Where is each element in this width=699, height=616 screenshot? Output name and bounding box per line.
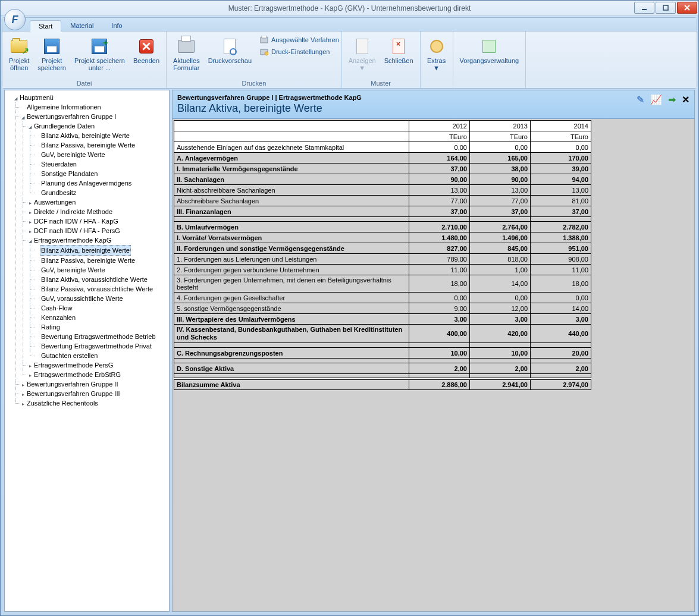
minimize-button[interactable] [634, 2, 654, 14]
export-icon[interactable]: ➡ [668, 94, 676, 105]
tree-item[interactable]: Bilanz Passiva, voraussichtliche Werte [40, 284, 154, 294]
page-title: Bilanz Aktiva, bereinigte Werte [177, 102, 362, 115]
table-cell: TEuro [409, 131, 470, 142]
app-logo-icon[interactable]: F [4, 9, 26, 30]
table-cell: 3,00 [409, 314, 470, 325]
tree-item[interactable]: Rating [40, 322, 61, 332]
tree-toggle-icon[interactable] [27, 210, 33, 216]
tree-item[interactable]: Ertragswertmethode PersG [33, 360, 114, 370]
tree-item[interactable]: Kennzahlen [40, 313, 77, 322]
tree-toggle-icon[interactable] [27, 125, 33, 130]
table-cell: Ausstehende Einlagen auf das gezeichnete… [174, 142, 409, 153]
tree-toggle-icon[interactable] [20, 402, 26, 407]
tree-item[interactable]: Ertragswertmethode ErbStRG [33, 370, 122, 379]
tree-item[interactable]: Allgemeine Informationen [26, 102, 102, 112]
tree-item[interactable]: Auswertungen [33, 197, 77, 207]
tree-item[interactable]: Bewertungsverfahren Gruppe III [26, 389, 121, 398]
table-cell: 2012 [409, 121, 470, 131]
print-current-button[interactable]: Aktuelles Formular [169, 34, 204, 74]
tree-item[interactable]: Sonstige Plandaten [40, 169, 99, 178]
tree-toggle-icon[interactable] [20, 392, 26, 398]
table-cell: 2,00 [470, 363, 531, 374]
maximize-button[interactable] [656, 2, 676, 14]
close-button[interactable] [677, 2, 697, 14]
tree-item[interactable]: Bewertungsverfahren Gruppe II [26, 379, 119, 389]
table-cell: 400,00 [409, 325, 470, 343]
tree-item[interactable]: GuV, voraussichtliche Werte [40, 294, 124, 303]
close-panel-icon[interactable]: ✕ [682, 94, 689, 105]
tree-item[interactable]: Bewertungsverfahren Gruppe I [26, 112, 117, 121]
print-preview-button[interactable]: Druckvorschau [204, 34, 256, 67]
tree-item[interactable]: Hauptmenü [18, 93, 55, 102]
gear-icon [430, 40, 443, 53]
document-icon [356, 39, 368, 54]
window-title: Muster: Ertragswertmethode - KapG (GKV) … [228, 4, 471, 12]
table-cell: 0,00 [409, 142, 470, 153]
floppy-plus-icon [92, 39, 107, 54]
tree-toggle-icon[interactable] [27, 220, 33, 225]
tree-item[interactable]: Bewertung Ertragswertmethode Privat [40, 341, 153, 351]
tree-toggle-icon[interactable] [20, 383, 26, 388]
tree-toggle-icon[interactable] [27, 239, 33, 244]
tab-start[interactable]: Start [30, 20, 61, 32]
tab-info[interactable]: Info [102, 20, 131, 31]
table-cell [174, 121, 409, 131]
breadcrumb: Bewertungsverfahren Gruppe I | Ertragswe… [177, 94, 362, 101]
tree-item[interactable]: Zusätzliche Rechentools [26, 398, 99, 408]
table-cell: II. Sachanlagen [174, 174, 409, 185]
print-selected-icon [259, 35, 269, 45]
table-cell: 3,00 [531, 314, 591, 325]
table-cell: I. Immaterielle Vermögensgegenstände [174, 164, 409, 174]
tree-item[interactable]: Direkte / Indirekte Methode [33, 207, 114, 216]
tree-item[interactable]: Grundlegende Daten [33, 121, 96, 131]
quit-button[interactable]: Beenden [129, 34, 164, 67]
navigation-tree[interactable]: HauptmenüAllgemeine InformationenBewertu… [4, 90, 170, 612]
tree-item[interactable]: Gutachten erstellen [40, 351, 99, 360]
print-settings-button[interactable]: Druck-Einstellungen [259, 47, 330, 56]
print-selected-button[interactable]: Ausgewählte Verfahren [259, 35, 339, 45]
tree-item[interactable]: Bilanz Passiva, bereinigte Werte [40, 140, 136, 150]
chart-icon[interactable]: 📈 [650, 94, 662, 105]
table-cell: 77,00 [409, 196, 470, 206]
tree-item[interactable]: Bewertung Ertragswertmethode Betrieb [40, 332, 157, 341]
table-cell: 845,00 [470, 243, 531, 254]
tree-toggle-icon[interactable] [27, 373, 33, 379]
table-container[interactable]: 201220132014TEuroTEuroTEuroAusstehende E… [173, 119, 694, 611]
table-cell: 11,00 [409, 265, 470, 275]
show-sample-button[interactable]: Anzeigen ▼ [344, 34, 380, 74]
tree-toggle-icon[interactable] [20, 115, 26, 121]
tree-item[interactable]: Grundbesitz [40, 188, 77, 197]
tree-toggle-icon[interactable] [27, 230, 33, 235]
tree-item[interactable]: Bilanz Aktiva, voraussichtliche Werte [40, 275, 149, 284]
edit-icon[interactable]: ✎ [637, 94, 644, 105]
open-project-button[interactable]: ↗ Projekt öffnen [5, 34, 33, 74]
tree-item[interactable]: DCF nach IDW / HFA - KapG [33, 216, 120, 226]
save-project-button[interactable]: Projekt speichern [33, 34, 70, 74]
vorgangsverwaltung-button[interactable]: Vorgangsverwaltung [456, 34, 524, 67]
close-sample-button[interactable]: Schließen [380, 34, 418, 67]
table-cell: 14,00 [531, 303, 591, 314]
table-cell: 0,00 [531, 293, 591, 303]
extras-button[interactable]: Extras ▼ [423, 34, 450, 74]
tree-item[interactable]: Planung des Anlagevermögens [40, 178, 133, 188]
table-cell: 10,00 [409, 348, 470, 359]
tree-item[interactable]: Steuerdaten [40, 159, 78, 169]
tree-item[interactable]: Bilanz Aktiva, bereinigte Werte [40, 131, 131, 140]
header-toolbar: ✎ 📈 ➡ ✕ [637, 94, 689, 105]
tree-toggle-icon[interactable] [27, 201, 33, 206]
tab-material[interactable]: Material [61, 20, 102, 31]
table-cell: 2. Forderungen gegen verbundene Unterneh… [174, 265, 409, 275]
tree-item[interactable]: Bilanz Passiva, bereinigte Werte [40, 256, 136, 265]
tree-item[interactable]: Ertragswertmethode KapG [33, 235, 112, 245]
save-as-button[interactable]: Projekt speichern unter ... [70, 34, 129, 74]
table-cell: 2013 [470, 121, 531, 131]
table-cell: 37,00 [531, 206, 591, 217]
tree-toggle-icon[interactable] [13, 96, 18, 102]
tree-item[interactable]: DCF nach IDW / HFA - PersG [33, 226, 121, 235]
table-cell: 0,00 [409, 293, 470, 303]
tree-item[interactable]: Bilanz Aktiva, bereinigte Werte [40, 245, 131, 256]
tree-item[interactable]: GuV, bereinigte Werte [40, 150, 106, 159]
tree-toggle-icon[interactable] [27, 364, 33, 369]
tree-item[interactable]: Cash-Flow [40, 303, 74, 313]
tree-item[interactable]: GuV, bereinigte Werte [40, 265, 106, 275]
